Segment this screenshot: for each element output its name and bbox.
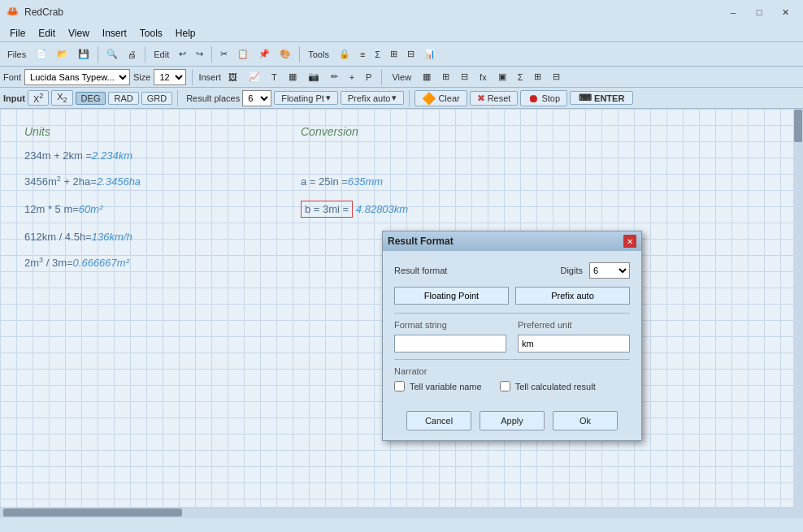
enter-button[interactable]: ⌨ ENTER: [570, 91, 633, 105]
expr-3: 12m * 5 m=60m²: [24, 203, 301, 215]
insert-draw-button[interactable]: ✏: [327, 69, 342, 84]
expr-3r: b = 3mi = 4.82803km: [301, 201, 408, 218]
tb-grid2-button[interactable]: ⊟: [403, 46, 419, 62]
tb-open-button[interactable]: 📂: [53, 46, 72, 62]
view-cols-button[interactable]: ⊟: [457, 69, 472, 84]
tb-grid1-button[interactable]: ⊞: [386, 46, 402, 62]
view-graph-button[interactable]: ⊟: [549, 69, 564, 84]
menu-help[interactable]: Help: [169, 26, 202, 41]
input-bar: Input X2 X2 DEG RAD GRD Result places 6 …: [0, 88, 803, 109]
insert-chart-button[interactable]: 📈: [245, 69, 264, 84]
dialog-body: Result format Digits 6 2 4 8 10 Floating…: [383, 251, 641, 404]
view-table2-button[interactable]: ⊞: [530, 69, 545, 84]
expr-2r: a = 25in =635mm: [301, 175, 383, 188]
tb-sigma-button[interactable]: Σ: [371, 47, 384, 62]
tb-search-button[interactable]: 🔍: [102, 46, 122, 62]
view-grid-button[interactable]: ⊞: [438, 69, 454, 84]
digits-select[interactable]: 6 2 4 8 10: [589, 262, 630, 279]
input-label: Input: [3, 93, 25, 103]
font-select[interactable]: Lucida Sans Typew...: [24, 69, 130, 85]
menu-tools[interactable]: Tools: [133, 26, 169, 41]
format-string-input[interactable]: [394, 335, 506, 353]
result-places-select[interactable]: 6 2 4 8: [242, 90, 271, 106]
vertical-scrollbar[interactable]: [793, 109, 803, 507]
tools-button[interactable]: Tools: [304, 47, 333, 62]
dialog-title-bar: Result Format ✕: [383, 231, 641, 251]
tb-format-button[interactable]: 🎨: [276, 46, 295, 62]
insert-text-button[interactable]: T: [267, 70, 281, 84]
view-matrix-button[interactable]: ▣: [494, 69, 510, 84]
insert-p-button[interactable]: P: [362, 70, 375, 84]
size-select[interactable]: 12: [154, 69, 186, 85]
rad-button[interactable]: RAD: [108, 92, 138, 105]
sep8: [409, 90, 410, 106]
apply-button[interactable]: Apply: [480, 411, 545, 430]
grid1-icon: ⊞: [390, 49, 397, 59]
edit-button[interactable]: Edit: [150, 47, 173, 62]
stop-label: Stop: [541, 93, 560, 103]
insert-plus-button[interactable]: +: [345, 70, 358, 84]
view-button[interactable]: View: [388, 70, 415, 84]
maximize-button[interactable]: □: [748, 4, 770, 20]
x2-button[interactable]: X2: [28, 90, 49, 106]
sep1: [98, 46, 98, 63]
view-cols-icon: ⊟: [461, 71, 468, 82]
tb-chart-button[interactable]: 📊: [420, 46, 440, 62]
horizontal-scrollbar[interactable]: [0, 507, 803, 518]
tell-variable-checkbox[interactable]: [394, 381, 405, 391]
tb-print-button[interactable]: 🖨: [124, 47, 141, 62]
files-button[interactable]: Files: [3, 47, 30, 62]
sigma2-icon: Σ: [518, 72, 523, 82]
preferred-unit-input[interactable]: [518, 335, 630, 353]
stop-button[interactable]: ⏺ Stop: [520, 90, 567, 106]
floating-pt-button[interactable]: Floating Pt ▾: [274, 91, 338, 105]
close-button[interactable]: ✕: [774, 4, 796, 20]
menu-insert[interactable]: Insert: [96, 26, 133, 41]
insert-bar-button[interactable]: ▦: [284, 69, 301, 84]
clear-button[interactable]: 🔶 Clear: [415, 90, 467, 106]
dialog-close-button[interactable]: ✕: [623, 235, 636, 248]
format-string-label: Format string: [394, 320, 506, 330]
menu-view[interactable]: View: [62, 26, 96, 41]
view-table-button[interactable]: ▦: [419, 69, 435, 84]
insert-image-button[interactable]: 🖼: [224, 70, 241, 84]
result-3r: 4.82803km: [356, 203, 408, 215]
view-fx-button[interactable]: fx: [475, 70, 491, 84]
search-icon: 🔍: [106, 49, 118, 59]
tb-cut-button[interactable]: ✂: [216, 46, 232, 62]
prefix-auto-select[interactable]: Prefix auto: [515, 287, 630, 305]
chart-icon: 📊: [424, 49, 436, 59]
tb-lock-button[interactable]: 🔒: [335, 46, 354, 62]
files-label: Files: [7, 50, 26, 59]
floating-point-select[interactable]: Floating Point: [394, 287, 509, 305]
menu-edit[interactable]: Edit: [32, 26, 62, 41]
expr-4: 612km / 4.5h=136km/h: [24, 231, 301, 243]
result-format-row: Result format Digits 6 2 4 8 10: [394, 262, 630, 279]
tb-paste-button[interactable]: 📌: [254, 46, 274, 62]
menu-file[interactable]: File: [3, 26, 32, 41]
tell-calculated-checkbox[interactable]: [500, 381, 510, 391]
cancel-button[interactable]: Cancel: [406, 411, 471, 430]
tb-undo-button[interactable]: ↩: [175, 46, 190, 62]
h-scrollbar-thumb[interactable]: [3, 508, 182, 517]
deg-button[interactable]: DEG: [76, 92, 106, 105]
minimize-button[interactable]: –: [722, 4, 744, 20]
tb-redo-button[interactable]: ↪: [192, 46, 207, 62]
sep2: [145, 46, 145, 63]
grd-button[interactable]: GRD: [141, 92, 172, 105]
tb-copy-button[interactable]: 📋: [233, 46, 253, 62]
sep4: [299, 46, 300, 63]
sep7: [177, 90, 178, 106]
toolbar-main: Files 📄 📂 💾 🔍 🖨 Edit ↩ ↪ ✂ 📋 📌 🎨 Tools 🔒…: [0, 42, 803, 67]
view-sigma2-button[interactable]: Σ: [514, 70, 527, 84]
tb-list-button[interactable]: ≡: [356, 47, 369, 62]
tb-new-button[interactable]: 📄: [32, 46, 51, 62]
tb-save-button[interactable]: 💾: [74, 46, 93, 62]
prefix-auto-button[interactable]: Prefix auto ▾: [341, 91, 405, 105]
scrollbar-thumb[interactable]: [794, 110, 802, 142]
reset-button[interactable]: ✖ Reset: [470, 91, 519, 106]
preferred-unit-label: Preferred unit: [518, 320, 630, 330]
x2lower-button[interactable]: X2: [51, 90, 72, 106]
insert-photo-button[interactable]: 📷: [304, 69, 323, 84]
ok-button[interactable]: Ok: [553, 411, 618, 430]
